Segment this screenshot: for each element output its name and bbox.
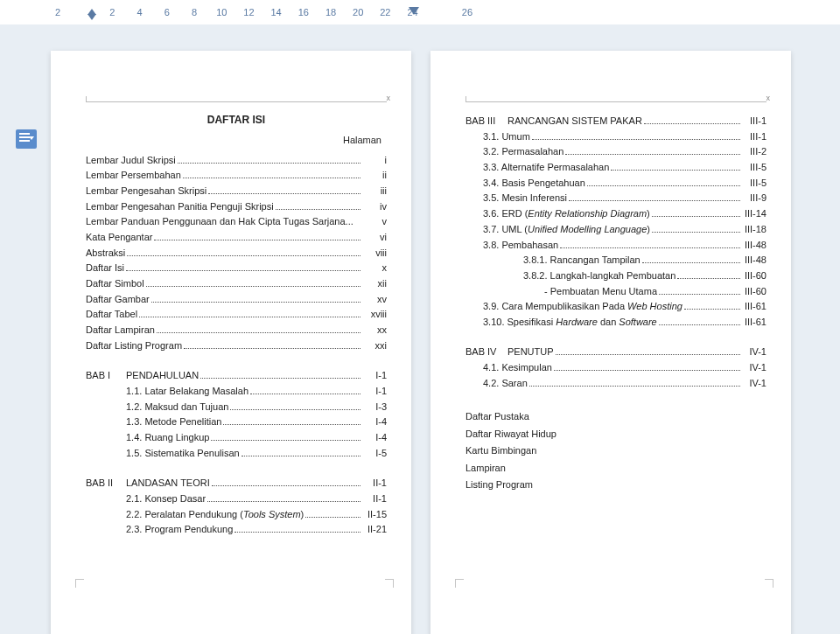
bab1-heading: BAB I PENDAHULUAN I-1 (86, 368, 387, 383)
appendix-list: Daftar PustakaDaftar Riwayat HidupKartu … (466, 409, 766, 492)
toc-row: Daftar Listing Programxxi (86, 338, 387, 353)
toc-row: 3.8.2. Langkah-langkah PembuatanIII-60 (466, 268, 766, 283)
toc-label: Lembar Judul Skripsi (86, 153, 176, 168)
toc-label: 1.2. Maksud dan Tujuan (126, 400, 228, 415)
toc-dots (200, 378, 360, 379)
ruler-tick: 20 (353, 7, 363, 17)
ruler-tick: 4 (135, 7, 145, 17)
toc-row: 1.4. Ruang LingkupI-4 (86, 430, 387, 445)
toc-label: Daftar Simbol (86, 276, 144, 291)
toc-row: Lembar Pengesahan Skripsiiii (86, 184, 387, 199)
toc-page: III-61 (742, 299, 766, 314)
bab3-heading: BAB III RANCANGAN SISTEM PAKAR III-1 (466, 114, 766, 129)
toc-page: III-60 (742, 268, 766, 283)
bab3-page: III-1 (742, 114, 766, 129)
document-page-left[interactable]: DAFTAR ISI Halaman Lembar Judul Skripsii… (51, 51, 411, 634)
right-indent-marker[interactable] (409, 7, 419, 15)
toc-page: xxi (362, 338, 387, 353)
toc-label: Abstraksi (86, 246, 125, 261)
toc-dots (556, 354, 740, 355)
toc-label: 3.3. Alternatife Permasalahan (483, 160, 609, 175)
toc-page: v (362, 214, 387, 229)
toc-dots (139, 317, 360, 317)
toc-title: DAFTAR ISI (86, 112, 387, 128)
toc-dots (146, 286, 360, 287)
toc-label: 4.1. Kesimpulan (483, 360, 552, 375)
toc-dots (234, 532, 360, 533)
toc-page: viii (362, 246, 387, 261)
toc-page: iii (362, 184, 387, 199)
toc-row: Lembar Persembahanii (86, 168, 387, 183)
toc-dots (212, 485, 360, 486)
toc-row: 4.2. SaranIV-1 (466, 376, 766, 391)
indent-bottom-marker[interactable] (88, 14, 96, 20)
page-header-rule (466, 101, 766, 102)
toc-label: 2.2. Peralatan Pendukung (Tools System) (126, 507, 304, 522)
toc-row: Abstraksiviii (86, 246, 387, 261)
toc-row: 3.7. UML (Unified Modelling Language)III… (466, 222, 766, 237)
bab1-label: BAB I (86, 368, 126, 383)
toc-dots (569, 200, 740, 201)
toc-page: I-4 (362, 430, 387, 445)
toc-dots (587, 185, 740, 186)
toc-page: I-4 (362, 415, 387, 429)
bab4-title: PENUTUP (508, 345, 554, 359)
toc-label: 2.3. Program Pendukung (126, 522, 233, 537)
toc-row: 1.5. Sistematika PenulisanI-5 (86, 446, 387, 461)
toc-label: Daftar Lampiran (86, 323, 155, 338)
page-corner-bl (75, 579, 84, 588)
toc-label: Kata Pengantar (86, 230, 152, 245)
toc-page: IV-1 (742, 360, 766, 375)
toc-row: Kata Pengantarvi (86, 230, 387, 245)
bab4-items: 4.1. KesimpulanIV-14.2. SaranIV-1 (466, 360, 766, 390)
horizontal-ruler[interactable]: 2 2 4 6 8 10 12 14 16 18 20 22 24 26 (0, 0, 840, 24)
toc-page: xii (362, 276, 387, 291)
toc-dots (230, 409, 360, 410)
toc-label: 1.1. Latar Belakang Masalah (126, 384, 248, 399)
toc-label: Lembar Pengesahan Skripsi (86, 184, 206, 199)
page-corner-br (385, 579, 394, 588)
toc-label: 1.3. Metode Penelitian (126, 415, 221, 429)
bab2-items: 2.1. Konsep DasarII-12.2. Peralatan Pend… (86, 491, 387, 537)
toc-row: - Pembuatan Menu UtamaIII-60 (466, 284, 766, 299)
toc-label: 3.8. Pembahasan (483, 238, 558, 253)
toc-label: 3.6. ERD (Entity Relationship Diagram) (483, 206, 650, 221)
navigation-pane-icon[interactable] (16, 129, 37, 149)
toc-label: 4.2. Saran (483, 376, 528, 391)
bab2-page: II-1 (362, 476, 387, 491)
toc-label: 3.8.1. Rancangan Tampilan (523, 253, 640, 268)
toc-page: vi (362, 230, 387, 245)
toc-dots (276, 209, 360, 210)
toc-dots (644, 123, 740, 124)
bab3-items: 3.1. UmumIII-13.2. PermasalahanIII-23.3.… (466, 129, 766, 330)
toc-page: III-48 (742, 238, 766, 253)
toc-dots (154, 240, 360, 240)
appendix-item: Listing Program (466, 477, 766, 492)
toc-row: Daftar Simbolxii (86, 276, 387, 291)
toc-row: 3.5. Mesin InferensiIII-9 (466, 191, 766, 206)
toc-row: Daftar Isix (86, 261, 387, 275)
toc-dots (532, 139, 740, 140)
toc-page: x (362, 261, 387, 275)
toc-row: Daftar Lampiranxx (86, 323, 387, 338)
document-page-right[interactable]: BAB III RANCANGAN SISTEM PAKAR III-1 3.1… (430, 51, 791, 634)
toc-label: 3.7. UML (Unified Modelling Language) (483, 222, 650, 237)
ruler-tick: 10 (216, 7, 227, 17)
toc-row: 3.4. Basis PengetahuanIII-5 (466, 176, 766, 191)
toc-label: 2.1. Konsep Dasar (126, 491, 206, 506)
toc-dots (684, 309, 740, 310)
appendix-item: Kartu Bimbingan (466, 443, 766, 458)
ruler-tick: 6 (162, 7, 172, 17)
toc-label: Lembar Panduan Penggunaan dan Hak Cipta … (86, 214, 354, 229)
ruler-tick: 18 (326, 7, 336, 17)
toc-page: xx (362, 323, 387, 338)
ruler-tick: 14 (271, 7, 282, 17)
toc-label: 3.2. Permasalahan (483, 144, 564, 159)
toc-dots (211, 440, 360, 441)
indent-top-marker[interactable] (88, 3, 96, 15)
bab4-heading: BAB IV PENUTUP IV-1 (466, 345, 766, 359)
toc-page: III-18 (742, 222, 766, 237)
toc-row: 3.8. PembahasanIII-48 (466, 238, 766, 253)
halaman-header: Halaman (86, 133, 382, 148)
toc-dots (565, 154, 740, 155)
